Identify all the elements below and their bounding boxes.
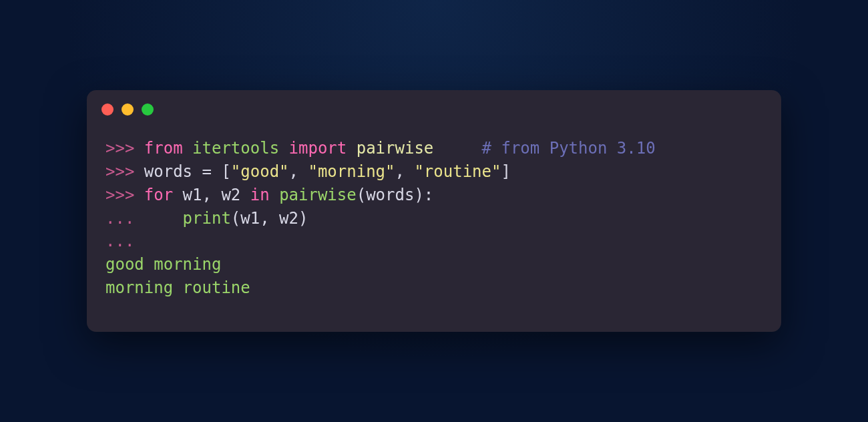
- code-token-punc: (: [357, 186, 366, 204]
- code-token-prompt: ...: [105, 209, 144, 228]
- code-token-default: [279, 139, 288, 158]
- code-token-punc: (: [231, 209, 240, 228]
- code-token-call: print: [183, 209, 231, 228]
- code-token-kwimport: import: [289, 139, 347, 158]
- code-token-punc: [: [221, 162, 230, 181]
- code-token-comment: # from Python 3.10: [482, 139, 656, 158]
- code-token-default: [183, 139, 192, 158]
- code-line: ... print(w1, w2): [105, 207, 763, 230]
- code-token-punc: ]: [501, 162, 510, 181]
- code-token-call: pairwise: [279, 186, 357, 204]
- code-token-punc: =: [202, 162, 212, 181]
- code-token-default: words: [366, 186, 414, 204]
- code-token-default: [144, 209, 183, 228]
- code-token-punc: ,: [289, 162, 308, 181]
- code-token-prompt: >>>: [105, 186, 144, 204]
- code-token-prompt: >>>: [105, 139, 144, 158]
- code-token-string: "routine": [414, 162, 501, 181]
- code-line: >>> from itertools import pairwise # fro…: [105, 137, 763, 160]
- code-token-string: "morning": [308, 162, 395, 181]
- minimize-icon[interactable]: [122, 103, 134, 116]
- code-line: >>> for w1, w2 in pairwise(words):: [105, 184, 763, 207]
- code-token-default: w1: [240, 209, 260, 228]
- code-token-default: w2: [212, 186, 250, 204]
- code-token-punc: ):: [414, 186, 433, 204]
- code-token-default: w1: [173, 186, 202, 204]
- code-line: ...: [105, 230, 763, 253]
- code-token-name: pairwise: [357, 139, 434, 158]
- code-token-string: "good": [231, 162, 289, 181]
- code-token-default: [212, 162, 221, 181]
- code-token-prompt: ...: [105, 232, 134, 250]
- titlebar: [87, 90, 781, 122]
- code-token-prompt: >>>: [105, 162, 144, 181]
- code-token-in: in: [250, 186, 270, 204]
- code-token-punc: ,: [202, 186, 212, 204]
- code-token-keyword: from: [144, 139, 183, 158]
- code-token-output: morning routine: [105, 278, 250, 297]
- code-token-output: good morning: [105, 255, 221, 274]
- code-token-module: itertools: [192, 139, 279, 158]
- code-token-punc: ): [298, 209, 308, 228]
- code-line: morning routine: [105, 276, 763, 300]
- code-token-default: [347, 139, 356, 158]
- code-token-default: [433, 139, 481, 158]
- code-line: good morning: [105, 253, 763, 276]
- code-token-default: w2: [270, 209, 298, 228]
- terminal-window: >>> from itertools import pairwise # fro…: [87, 90, 781, 332]
- code-token-punc: ,: [395, 162, 415, 181]
- close-icon[interactable]: [101, 103, 114, 116]
- code-token-for: for: [144, 186, 173, 204]
- code-token-default: [270, 186, 279, 204]
- code-token-punc: ,: [260, 209, 269, 228]
- code-block: >>> from itertools import pairwise # fro…: [87, 122, 781, 332]
- maximize-icon[interactable]: [142, 103, 154, 116]
- code-line: >>> words = ["good", "morning", "routine…: [105, 160, 763, 184]
- code-token-default: words: [144, 162, 202, 181]
